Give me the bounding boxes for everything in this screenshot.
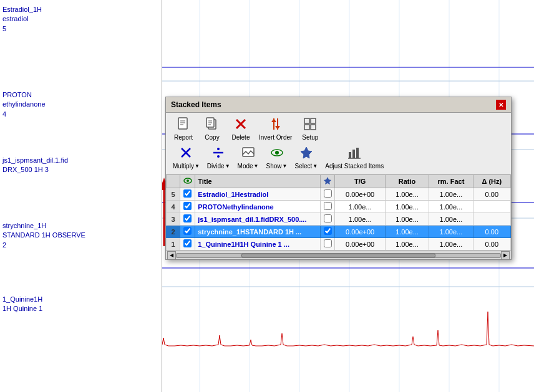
row-delta: 0.00 — [473, 226, 510, 238]
row-title: strychnine_1HSTANDARD 1H ... — [195, 226, 321, 238]
table-row[interactable]: 3js1_ispmsant_dil.1.fidDRX_500....1.00e.… — [167, 213, 511, 226]
row-number: 5 — [167, 188, 180, 201]
row-delta: 0.00 — [473, 238, 510, 251]
setup-button[interactable]: Setup — [296, 115, 324, 143]
row-pin-checkbox[interactable] — [321, 226, 335, 238]
svg-marker-47 — [301, 147, 312, 158]
delete-button[interactable]: Delete — [227, 115, 255, 143]
row-eye-checkbox[interactable] — [180, 213, 195, 226]
row-number: 1 — [167, 238, 180, 251]
delete-icon — [234, 117, 248, 133]
select-button[interactable]: Select▼ — [292, 144, 321, 171]
spectrum-label-2: PROTON ethylindanone 4 — [2, 90, 46, 119]
modal-titlebar: Stacked Items ✕ — [166, 97, 511, 113]
svg-rect-37 — [304, 125, 309, 130]
row-eye-checkbox[interactable] — [180, 201, 195, 213]
row-rmfact: 1.00e... — [429, 226, 473, 238]
mode-button[interactable]: Mode▼ — [235, 144, 262, 171]
spectrum-labels-panel: Estradiol_1H estradiol 5 PROTON ethylind… — [0, 0, 162, 392]
svg-rect-50 — [356, 148, 359, 158]
show-icon — [270, 146, 284, 161]
spectrum-label-5: 1_Quinine1H 1H Quinine 1 — [2, 295, 42, 314]
svg-rect-35 — [304, 118, 309, 123]
row-eye-checkbox[interactable] — [180, 226, 195, 238]
row-ratio: 1.00e... — [385, 188, 429, 201]
setup-icon — [303, 117, 317, 133]
row-ratio: 1.00e... — [385, 201, 429, 213]
report-button[interactable]: Report — [170, 115, 197, 143]
stacked-items-table: Title T/G Ratio rm. Fact Δ (Hz) 5Estradi… — [166, 174, 511, 251]
row-title: js1_ispmsant_dil.1.fidDRX_500.... — [195, 213, 321, 226]
table-header-row: Title T/G Ratio rm. Fact Δ (Hz) — [167, 175, 511, 188]
row-pin-checkbox[interactable] — [321, 238, 335, 251]
scrollbar-track[interactable] — [176, 253, 501, 258]
spectrum-label-3: js1_ispmsant_dil.1.fid DRX_500 1H 3 — [2, 156, 68, 175]
row-rmfact: 1.00e... — [429, 213, 473, 226]
row-pin-checkbox[interactable] — [321, 188, 335, 201]
scroll-right-button[interactable]: ▶ — [501, 251, 510, 260]
row-pin-checkbox[interactable] — [321, 213, 335, 226]
row-number: 3 — [167, 213, 180, 226]
setup-label: Setup — [302, 134, 318, 141]
row-title: Estradiol_1Hestradiol — [195, 188, 321, 201]
row-title: PROTONethylindanone — [195, 201, 321, 213]
row-delta: 0.00 — [473, 188, 510, 201]
row-delta — [473, 201, 510, 213]
row-ratio: 1.00e... — [385, 213, 429, 226]
table-row[interactable]: 11_Quinine1H1H Quinine 1 ...0.00e+001.00… — [167, 238, 511, 251]
invert-order-button[interactable]: Invert Order — [256, 115, 295, 143]
visibility-checkbox[interactable] — [183, 214, 192, 222]
col-header-title: Title — [195, 175, 321, 188]
row-rmfact: 1.00e... — [429, 201, 473, 213]
visibility-checkbox[interactable] — [183, 202, 192, 210]
report-icon — [177, 117, 190, 133]
scrollbar-thumb[interactable] — [241, 254, 435, 257]
row-eye-checkbox[interactable] — [180, 238, 195, 251]
table-row[interactable]: 4PROTONethylindanone1.00e...1.00e...1.00… — [167, 201, 511, 213]
modal-close-button[interactable]: ✕ — [496, 100, 506, 110]
table-body: 5Estradiol_1Hestradiol0.00e+001.00e...1.… — [167, 188, 511, 251]
scroll-left-button[interactable]: ◀ — [167, 251, 176, 260]
pin-checkbox[interactable] — [324, 227, 332, 235]
svg-rect-49 — [352, 150, 355, 158]
stacked-items-table-container: Title T/G Ratio rm. Fact Δ (Hz) 5Estradi… — [166, 174, 511, 251]
copy-label: Copy — [205, 134, 219, 141]
horizontal-scrollbar[interactable]: ◀ ▶ — [166, 251, 511, 259]
toolbar-area: Report Copy — [166, 113, 511, 174]
select-icon — [299, 146, 313, 161]
pin-checkbox[interactable] — [324, 189, 332, 198]
svg-rect-48 — [349, 152, 351, 158]
divide-button[interactable]: Divide▼ — [204, 144, 233, 171]
pin-checkbox[interactable] — [324, 239, 332, 247]
show-button[interactable]: Show▼ — [263, 144, 291, 171]
col-header-delta: Δ (Hz) — [473, 175, 510, 188]
multiply-icon — [179, 146, 193, 161]
mode-label: Mode▼ — [238, 163, 259, 170]
pin-checkbox[interactable] — [324, 214, 332, 222]
row-tg: 1.00e... — [335, 213, 385, 226]
visibility-checkbox[interactable] — [183, 239, 192, 247]
toolbar-row-1: Report Copy — [170, 115, 507, 143]
table-row[interactable]: 5Estradiol_1Hestradiol0.00e+001.00e...1.… — [167, 188, 511, 201]
svg-point-53 — [187, 179, 189, 182]
row-number: 4 — [167, 201, 180, 213]
col-header-rmfact: rm. Fact — [429, 175, 473, 188]
table-row[interactable]: 2strychnine_1HSTANDARD 1H ...0.00e+001.0… — [167, 226, 511, 238]
visibility-checkbox[interactable] — [183, 227, 192, 235]
adjust-stacked-items-button[interactable]: Adjust Stacked Items — [322, 144, 387, 171]
toolbar-row-2: Multiply▼ Divide▼ — [170, 144, 507, 171]
col-header-num — [167, 175, 180, 188]
row-pin-checkbox[interactable] — [321, 201, 335, 213]
stacked-items-dialog: Stacked Items ✕ Report — [165, 97, 512, 260]
row-rmfact: 1.00e... — [429, 188, 473, 201]
copy-button[interactable]: Copy — [198, 115, 226, 143]
mode-icon — [241, 146, 255, 161]
row-eye-checkbox[interactable] — [180, 188, 195, 201]
visibility-checkbox[interactable] — [183, 189, 192, 198]
row-tg: 0.00e+00 — [335, 238, 385, 251]
multiply-label: Multiply▼ — [173, 163, 200, 170]
pin-checkbox[interactable] — [324, 202, 332, 210]
svg-point-46 — [275, 151, 279, 155]
multiply-button[interactable]: Multiply▼ — [170, 144, 203, 171]
invert-order-icon — [269, 117, 283, 133]
